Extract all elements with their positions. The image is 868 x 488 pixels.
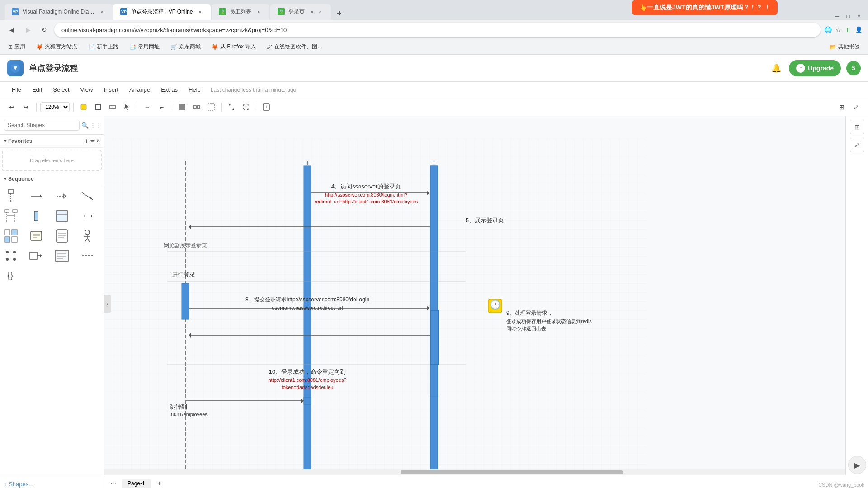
tab-close-4[interactable]: × xyxy=(308,8,316,15)
shape-combined-1[interactable] xyxy=(2,207,20,225)
shape-activation[interactable] xyxy=(27,207,45,225)
shape-brace[interactable]: {} xyxy=(2,267,20,285)
stroke-button[interactable] xyxy=(92,101,104,113)
page-1-tab[interactable]: Page-1 xyxy=(122,479,151,488)
maximize-button[interactable]: □ xyxy=(844,13,852,20)
bookmark-other[interactable]: 📂 其他书签 xyxy=(827,42,863,52)
tab-close-1[interactable]: × xyxy=(99,8,106,15)
user-circle-icon[interactable]: 👤 xyxy=(855,26,863,33)
upgrade-button[interactable]: ↑ Upgrade xyxy=(789,60,841,76)
select-all-button[interactable] xyxy=(205,101,217,113)
bookmark-apps[interactable]: ⊞ 应用 xyxy=(5,42,28,52)
pointer-tool[interactable] xyxy=(121,101,133,113)
back-button[interactable]: ◀ xyxy=(5,23,18,36)
pause-icon[interactable]: ⏸ xyxy=(845,26,851,33)
shape-arrow-diagonal[interactable] xyxy=(78,187,96,205)
panel-menu-button[interactable]: ⋮⋮ xyxy=(90,120,101,131)
zoom-selector[interactable]: 120% xyxy=(40,102,70,112)
bookmark-jd[interactable]: 🛒 京东商城 xyxy=(168,42,203,52)
shape-component-arrow[interactable] xyxy=(27,247,45,265)
tab-close-2[interactable]: × xyxy=(196,8,203,15)
redo-button[interactable]: ↪ xyxy=(20,101,33,113)
minimize-button[interactable]: ─ xyxy=(834,13,841,20)
tab-login[interactable]: 🍃 登录页 × × xyxy=(270,4,331,20)
expand-button[interactable]: ⤢ xyxy=(850,101,863,113)
menu-select[interactable]: Select xyxy=(48,84,74,95)
svg-rect-3 xyxy=(110,105,115,109)
toolbar-sep-6 xyxy=(256,103,256,112)
close-window-button[interactable]: × xyxy=(855,13,863,20)
horizontal-scrollbar[interactable] xyxy=(104,469,845,475)
shape-lifeline[interactable] xyxy=(2,187,20,205)
rounded-arrow-tool[interactable]: ⌐ xyxy=(156,101,168,113)
menu-edit[interactable]: Edit xyxy=(28,84,47,95)
diagram-svg[interactable]: 4、访问ssoserver的登录页 http://ssoserver.com:8… xyxy=(104,116,646,478)
menu-arrange[interactable]: Arrange xyxy=(125,84,155,95)
refresh-button[interactable]: ↻ xyxy=(38,23,51,36)
fit-view-button[interactable]: ⊞ xyxy=(850,120,864,134)
canvas-area[interactable]: ‹ xyxy=(104,116,868,488)
svg-text:token=dadadadsdeuieu: token=dadadadsdeuieu xyxy=(282,385,334,390)
copy-style-button[interactable] xyxy=(77,101,90,113)
bookmark-newuser[interactable]: 📄 新手上路 xyxy=(85,42,121,52)
star-icon[interactable]: ☆ xyxy=(835,26,841,33)
page-menu-button[interactable]: ⋯ xyxy=(108,478,118,488)
layout-button[interactable]: ⊞ xyxy=(835,101,848,113)
play-button[interactable]: ▶ xyxy=(848,456,866,474)
fit-button[interactable] xyxy=(225,101,238,113)
user-avatar[interactable]: 5 xyxy=(846,61,861,75)
shape-dots[interactable] xyxy=(2,247,20,265)
menu-help[interactable]: Help xyxy=(184,84,205,95)
shape-dashed-line[interactable] xyxy=(78,247,96,265)
sequence-section-header[interactable]: ▾ Sequence xyxy=(0,173,104,185)
notification-bell[interactable]: 🔔 xyxy=(769,61,783,75)
shape-arrow-dashed[interactable] xyxy=(53,187,71,205)
fullscreen-button[interactable]: ⛶ xyxy=(240,101,252,113)
shape-document[interactable] xyxy=(53,227,71,245)
sequence-label: Sequence xyxy=(8,176,34,182)
rect-button[interactable] xyxy=(106,101,119,113)
edit-favorite-icon[interactable]: ✏ xyxy=(90,138,95,144)
zoom-fit-button[interactable]: ⤢ xyxy=(850,138,864,152)
tab-visual-paradigm[interactable]: VP Visual Paradigm Online Diagr... × xyxy=(5,4,113,20)
translate-icon[interactable]: 🌐 xyxy=(824,26,832,33)
svg-rect-4 xyxy=(179,104,185,110)
favorites-section-header[interactable]: ▾ Favorites + ✏ × xyxy=(0,135,104,148)
bookmark-import[interactable]: 🦊 从 Firefox 导入 xyxy=(209,42,259,52)
forward-button[interactable]: ▶ xyxy=(22,23,34,36)
scrollbar-thumb[interactable] xyxy=(401,470,623,474)
shape-note[interactable] xyxy=(27,227,45,245)
tab-close-x4[interactable]: × xyxy=(316,8,324,15)
arrow-tool[interactable]: → xyxy=(141,101,154,113)
menu-extras[interactable]: Extras xyxy=(156,84,182,95)
bookmark-online[interactable]: 🖊 在线绘图软件、图... xyxy=(264,42,325,52)
shape-box[interactable] xyxy=(53,207,71,225)
collapse-panel-button[interactable]: ‹ xyxy=(104,295,111,313)
close-favorite-icon[interactable]: × xyxy=(97,138,100,144)
add-page-button[interactable]: + xyxy=(154,478,165,488)
menu-view[interactable]: View xyxy=(76,84,98,95)
tab-sso[interactable]: VP 单点登录流程 - VP Online × xyxy=(113,4,211,20)
group-button[interactable] xyxy=(190,101,203,113)
menu-file[interactable]: File xyxy=(7,84,26,95)
menu-insert[interactable]: Insert xyxy=(99,84,123,95)
shape-arrow-right[interactable] xyxy=(27,187,45,205)
shapes-more-button[interactable]: + Shapes... xyxy=(4,481,33,488)
shape-grid[interactable] xyxy=(2,227,20,245)
search-icon[interactable]: 🔍 xyxy=(81,120,89,131)
add-button[interactable]: + xyxy=(260,101,273,113)
shape-text-box[interactable] xyxy=(53,247,71,265)
new-tab-button[interactable]: + xyxy=(333,7,345,20)
shape-arrow-double[interactable] xyxy=(78,207,96,225)
notification-bubble[interactable]: 👆一直说是JWT的真的懂JWT原理吗？！？ ！ xyxy=(632,0,778,15)
bookmark-firefox[interactable]: 🦊 火狐官方站点 xyxy=(33,42,80,52)
search-input[interactable] xyxy=(4,120,80,131)
bookmark-common[interactable]: 📑 常用网址 xyxy=(127,42,162,52)
shape-person[interactable] xyxy=(78,227,96,245)
tab-close-3[interactable]: × xyxy=(255,8,262,15)
address-input[interactable] xyxy=(54,23,821,37)
undo-button[interactable]: ↩ xyxy=(5,101,18,113)
style-button[interactable] xyxy=(176,101,189,113)
add-favorite-icon[interactable]: + xyxy=(85,137,89,145)
tab-employees[interactable]: 🍃 员工列表 × xyxy=(212,4,269,20)
